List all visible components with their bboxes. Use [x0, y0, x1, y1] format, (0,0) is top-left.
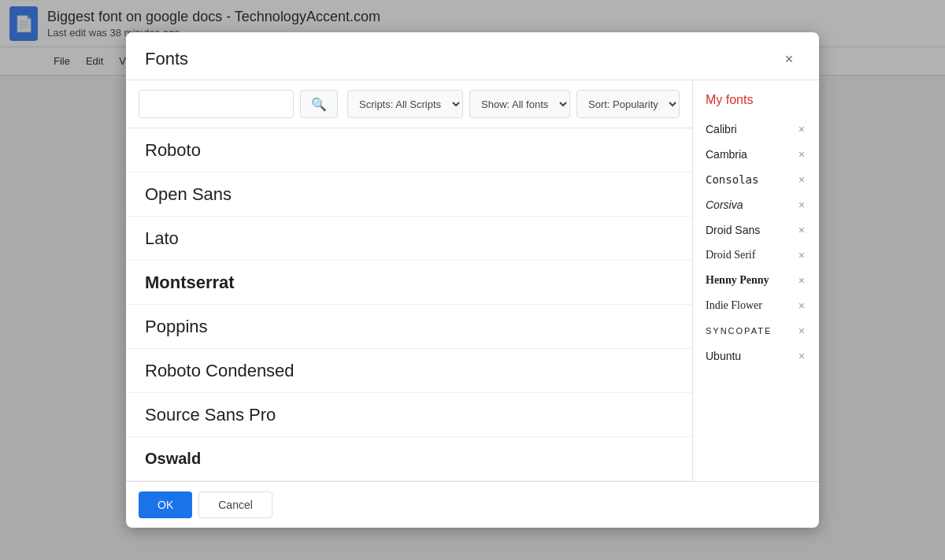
remove-cambria-button[interactable]: × — [797, 146, 806, 162]
font-search-bar: 🔍 Scripts: All Scripts Show: All fonts S… — [126, 80, 692, 128]
font-item-oswald[interactable]: Oswald — [126, 437, 692, 481]
cancel-button[interactable]: Cancel — [198, 491, 272, 518]
font-item-poppins[interactable]: Poppins — [126, 305, 692, 349]
my-font-corsiva[interactable]: Corsiva × — [693, 192, 819, 217]
remove-ubuntu-button[interactable]: × — [797, 348, 806, 364]
modal-body: 🔍 Scripts: All Scripts Show: All fonts S… — [126, 80, 819, 481]
my-font-name-cambria: Cambria — [706, 148, 747, 161]
my-font-name-indie-flower: Indie Flower — [706, 299, 762, 312]
remove-consolas-button[interactable]: × — [797, 172, 806, 187]
my-fonts-panel: My fonts Calibri × Cambria × Consolas × … — [693, 80, 819, 481]
ok-button[interactable]: OK — [139, 491, 192, 518]
my-fonts-title: My fonts — [693, 93, 819, 117]
font-item-roboto[interactable]: Roboto — [126, 128, 692, 172]
font-item-open-sans[interactable]: Open Sans — [126, 172, 692, 217]
remove-syncopate-button[interactable]: × — [797, 323, 806, 339]
my-font-henny-penny[interactable]: Henny Penny × — [693, 268, 819, 293]
font-item-roboto-condensed[interactable]: Roboto Condensed — [126, 349, 692, 393]
font-item-source-sans-pro[interactable]: Source Sans Pro — [126, 393, 692, 437]
my-font-droid-serif[interactable]: Droid Serif × — [693, 243, 819, 268]
remove-droid-sans-button[interactable]: × — [797, 222, 806, 238]
my-font-cambria[interactable]: Cambria × — [693, 142, 819, 167]
remove-henny-penny-button[interactable]: × — [797, 273, 806, 288]
my-font-name-ubuntu: Ubuntu — [706, 350, 741, 362]
my-font-name-droid-serif: Droid Serif — [706, 249, 755, 261]
fonts-modal: Fonts × 🔍 Scripts: All Scripts — [126, 32, 819, 528]
font-search-button[interactable]: 🔍 — [300, 90, 338, 118]
modal-header: Fonts × — [126, 32, 819, 80]
my-font-name-calibri: Calibri — [706, 123, 737, 135]
modal-overlay: Fonts × 🔍 Scripts: All Scripts — [0, 0, 945, 560]
sort-filter-select[interactable]: Sort: Popularity — [576, 90, 680, 118]
remove-droid-serif-button[interactable]: × — [797, 247, 806, 263]
remove-indie-flower-button[interactable]: × — [797, 298, 806, 313]
my-font-syncopate[interactable]: syncopate × — [693, 318, 819, 343]
my-font-name-syncopate: syncopate — [706, 326, 772, 336]
scripts-filter-select[interactable]: Scripts: All Scripts — [347, 90, 463, 118]
font-filters: Scripts: All Scripts Show: All fonts Sor… — [347, 90, 680, 118]
modal-title: Fonts — [145, 49, 188, 69]
font-item-montserrat[interactable]: Montserrat — [126, 261, 692, 305]
show-filter-select[interactable]: Show: All fonts — [469, 90, 570, 118]
remove-corsiva-button[interactable]: × — [797, 197, 806, 213]
font-list-panel: 🔍 Scripts: All Scripts Show: All fonts S… — [126, 80, 693, 481]
my-font-name-consolas: Consolas — [706, 173, 758, 186]
modal-footer: OK Cancel — [126, 481, 819, 528]
search-icon: 🔍 — [311, 97, 327, 112]
font-item-lato[interactable]: Lato — [126, 217, 692, 261]
my-font-indie-flower[interactable]: Indie Flower × — [693, 293, 819, 318]
my-font-droid-sans[interactable]: Droid Sans × — [693, 217, 819, 243]
my-font-consolas[interactable]: Consolas × — [693, 167, 819, 192]
font-items-list: Roboto Open Sans Lato Montserrat Poppins… — [126, 128, 692, 481]
my-font-name-corsiva: Corsiva — [706, 198, 743, 211]
my-font-calibri[interactable]: Calibri × — [693, 117, 819, 142]
modal-close-button[interactable]: × — [778, 48, 800, 70]
my-font-name-henny-penny: Henny Penny — [706, 274, 769, 287]
my-font-ubuntu[interactable]: Ubuntu × — [693, 343, 819, 369]
my-font-name-droid-sans: Droid Sans — [706, 224, 760, 236]
font-search-input[interactable] — [139, 90, 294, 118]
remove-calibri-button[interactable]: × — [797, 121, 806, 137]
